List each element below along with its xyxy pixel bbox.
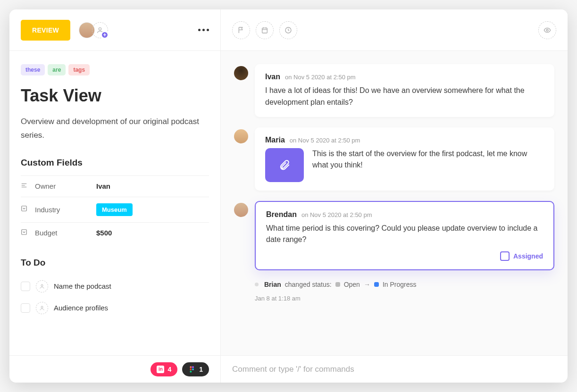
right-panel: Ivan on Nov 5 2020 at 2:50 pm I have a l…: [221, 9, 568, 355]
task-description[interactable]: Overview and development of our original…: [21, 115, 209, 142]
field-budget: Budget $500: [21, 222, 209, 243]
field-owner: Owner Ivan: [21, 175, 209, 197]
svg-point-4: [41, 306, 43, 308]
field-label: Owner: [35, 182, 96, 190]
task-title[interactable]: Task View: [21, 86, 209, 106]
comment-timestamp: on Nov 5 2020 at 2:50 pm: [285, 74, 356, 81]
flag-button[interactable]: [232, 21, 250, 39]
activity-feed: Ivan on Nov 5 2020 at 2:50 pm I have a l…: [221, 51, 568, 355]
todo-checkbox[interactable]: [21, 303, 30, 313]
svg-point-8: [190, 366, 192, 368]
left-panel: REVIEW + these are tags: [9, 9, 221, 355]
right-header: [221, 9, 568, 51]
todo-text[interactable]: Name the podcast: [54, 282, 111, 290]
task-window: REVIEW + these are tags: [9, 9, 568, 383]
field-value[interactable]: $500: [96, 229, 112, 237]
attachments-bar: in 4 1: [9, 356, 221, 383]
svg-point-9: [192, 366, 194, 368]
svg-point-7: [546, 29, 548, 31]
todo-checkbox[interactable]: [21, 282, 30, 291]
assigned-label: Assigned: [513, 252, 543, 260]
svg-point-0: [99, 27, 101, 30]
status-dot-icon: [374, 282, 379, 287]
attachment-tile[interactable]: [265, 148, 304, 182]
figma-icon: [188, 366, 196, 373]
comment: Ivan on Nov 5 2020 at 2:50 pm I have a l…: [234, 64, 554, 117]
assign-todo-button[interactable]: [36, 280, 48, 292]
svg-rect-5: [262, 28, 268, 33]
comment-card-assigned[interactable]: Brendan on Nov 5 2020 at 2:50 pm What ti…: [255, 201, 554, 271]
todo-item: Name the podcast: [21, 275, 209, 297]
field-label: Industry: [35, 206, 96, 214]
todo-item: Audience profiles: [21, 297, 209, 319]
add-assignee-button[interactable]: +: [92, 22, 108, 38]
figma-count: 1: [199, 366, 203, 373]
comment-author: Maria: [265, 136, 285, 144]
bottom-bar: in 4 1 Comment or type '/' for commands: [9, 355, 568, 383]
invision-count: 4: [167, 366, 171, 373]
activity-timestamp: Jan 8 at 1:18 am: [255, 295, 301, 302]
assigned-indicator[interactable]: Assigned: [266, 251, 543, 261]
activity-actor: Brian: [264, 281, 281, 288]
paperclip-icon: [278, 159, 291, 171]
activity-to-status: In Progress: [383, 281, 417, 288]
tag[interactable]: are: [48, 64, 66, 75]
more-menu-button[interactable]: [198, 29, 209, 31]
svg-rect-1: [22, 206, 27, 211]
field-industry: Industry Museum: [21, 197, 209, 222]
svg-point-10: [190, 368, 192, 370]
time-button[interactable]: [279, 21, 297, 39]
comment-timestamp: on Nov 5 2020 at 2:50 pm: [301, 211, 372, 218]
date-button[interactable]: [256, 21, 274, 39]
field-value[interactable]: Museum: [96, 203, 133, 216]
arrow-icon: →: [364, 281, 370, 288]
watch-button[interactable]: [538, 21, 556, 39]
comment-card[interactable]: Maria on Nov 5 2020 at 2:50 pm This is t…: [255, 127, 554, 191]
comment: Maria on Nov 5 2020 at 2:50 pm This is t…: [234, 127, 554, 191]
svg-point-3: [41, 284, 43, 286]
tags-row: these are tags: [21, 64, 209, 75]
comment-text: This is the start of the overview for th…: [312, 148, 544, 172]
dropdown-field-icon: [21, 205, 29, 214]
activity-from-status: Open: [344, 281, 360, 288]
svg-point-11: [192, 368, 194, 370]
custom-fields-heading: Custom Fields: [21, 158, 209, 168]
invision-pill[interactable]: in 4: [151, 362, 177, 376]
assigned-checkbox[interactable]: [500, 251, 510, 261]
activity-action: changed status:: [285, 281, 332, 288]
composer-placeholder: Comment or type '/' for commands: [232, 365, 354, 374]
left-header: REVIEW +: [9, 9, 220, 51]
svg-rect-2: [22, 230, 27, 235]
field-value[interactable]: Ivan: [96, 182, 110, 190]
todo-heading: To Do: [21, 258, 209, 268]
invision-icon: in: [157, 366, 164, 373]
avatar[interactable]: [234, 203, 248, 217]
tag[interactable]: these: [21, 64, 45, 75]
assignees: +: [79, 22, 108, 38]
comment-card[interactable]: Ivan on Nov 5 2020 at 2:50 pm I have a l…: [255, 64, 554, 117]
status-dot-icon: [335, 282, 340, 287]
comment-author: Brendan: [266, 210, 297, 219]
tag[interactable]: tags: [68, 64, 90, 75]
main-area: REVIEW + these are tags: [9, 9, 568, 355]
comment-text: What time period is this covering? Could…: [266, 223, 543, 246]
plus-icon: +: [101, 31, 109, 39]
status-chip[interactable]: REVIEW: [21, 20, 70, 41]
text-field-icon: [21, 182, 29, 191]
field-label: Budget: [35, 229, 96, 237]
task-details: these are tags Task View Overview and de…: [9, 51, 220, 355]
figma-pill[interactable]: 1: [182, 362, 209, 376]
comment-author: Ivan: [265, 73, 280, 81]
comment: Brendan on Nov 5 2020 at 2:50 pm What ti…: [234, 201, 554, 271]
todo-text[interactable]: Audience profiles: [54, 304, 108, 312]
avatar[interactable]: [234, 66, 248, 80]
avatar[interactable]: [234, 129, 248, 143]
dropdown-field-icon: [21, 229, 29, 237]
assign-todo-button[interactable]: [36, 302, 48, 314]
custom-fields-list: Owner Ivan Industry Museum Budget $500: [21, 175, 209, 243]
comment-timestamp: on Nov 5 2020 at 2:50 pm: [290, 137, 360, 144]
svg-point-12: [190, 370, 192, 372]
activity-entry: Brian changed status: Open → In Progress…: [255, 281, 554, 302]
comment-composer[interactable]: Comment or type '/' for commands: [221, 356, 568, 383]
comment-text: I have a lot of ideas for this! Do we ha…: [265, 85, 544, 108]
